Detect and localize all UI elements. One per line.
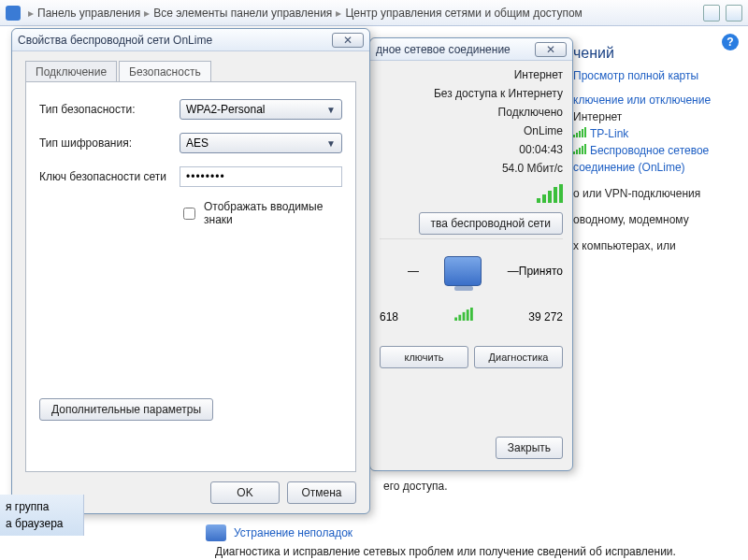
received-label: Принято <box>519 265 563 278</box>
full-map-link[interactable]: Просмотр полной карты <box>573 69 748 82</box>
search-button[interactable] <box>726 5 742 22</box>
bottom-panel: его доступа. Устранение неполадок Диагно… <box>0 474 748 560</box>
chevron-right-icon: ▸ <box>144 7 150 20</box>
signal-icon <box>573 126 586 137</box>
connect-disconnect-link[interactable]: ключение или отключение <box>573 92 748 108</box>
kv-internet: Интернет <box>380 68 563 81</box>
vpn-text: о или VPN-подключения <box>573 185 748 202</box>
signal-bars-icon <box>454 308 473 321</box>
troubleshoot-icon <box>206 524 226 541</box>
kv-ssid: OnLime <box>380 124 563 137</box>
crumb-3[interactable]: Центр управления сетями и общим доступом <box>345 7 583 20</box>
tplink-link[interactable]: TP-Link <box>590 127 628 140</box>
props-title: Свойства беспроводной сети OnLime <box>18 34 332 47</box>
kv-connected: Подключено <box>380 106 563 119</box>
encryption-value: AES <box>186 136 209 150</box>
diagnose-button[interactable]: Диагностика <box>474 346 563 368</box>
security-key-input[interactable]: •••••••• <box>180 166 342 187</box>
breadcrumb: ▸ Панель управления ▸ Все элементы панел… <box>0 0 748 26</box>
control-panel-icon <box>6 6 21 21</box>
security-type-value: WPA2-Personal <box>186 103 265 116</box>
wlan-link[interactable]: Беспроводное сетевое соединение (OnLime) <box>573 144 709 174</box>
close-button[interactable]: Закрыть <box>496 437 563 459</box>
arrow-left-icon: — <box>508 265 519 278</box>
chevron-down-icon: ▼ <box>326 138 336 149</box>
signal-icon <box>573 143 586 154</box>
tab-security[interactable]: Безопасность <box>119 61 211 82</box>
close-icon[interactable]: ✕ <box>332 33 364 48</box>
signal-bars-icon <box>380 184 563 203</box>
internet-label: Интернет <box>573 108 748 125</box>
refresh-button[interactable] <box>703 5 720 22</box>
disconnect-button[interactable]: ключить <box>380 346 468 368</box>
modem-text: оводному, модемному <box>573 211 748 228</box>
troubleshoot-link[interactable]: Устранение неполадок <box>234 526 352 539</box>
crumb-1[interactable]: Панель управления <box>37 7 140 20</box>
security-type-combo[interactable]: WPA2-Personal ▼ <box>180 99 342 120</box>
wlan-status-dialog: дное сетевое соединение ✕ Интернет Без д… <box>369 37 573 471</box>
close-icon[interactable]: ✕ <box>535 42 567 57</box>
chevron-right-icon: ▸ <box>28 7 34 20</box>
chevron-down-icon: ▼ <box>326 105 336 115</box>
status-title: дное сетевое соединение <box>376 43 535 56</box>
diag-text: Диагностика и исправление сетевых пробле… <box>215 545 739 558</box>
arrow-right-icon: — <box>408 265 419 278</box>
kv-noaccess: Без доступа к Интернету <box>380 87 563 100</box>
kv-speed: 54.0 Мбит/с <box>380 162 563 175</box>
crumb-2[interactable]: Все элементы панели управления <box>153 7 332 20</box>
key-label: Ключ безопасности сети <box>39 170 180 183</box>
recv-bytes: 39 272 <box>528 310 563 323</box>
network-center-panel: чений Просмотр полной карты ключение или… <box>573 34 748 264</box>
wlan-properties-button[interactable]: тва беспроводной сети <box>419 212 563 235</box>
kv-duration: 00:04:43 <box>380 143 563 156</box>
encryption-label: Тип шифрования: <box>39 136 180 150</box>
sent-bytes: 618 <box>380 310 398 323</box>
wlan-properties-dialog: Свойства беспроводной сети OnLime ✕ Подк… <box>11 28 370 514</box>
panel-heading: чений <box>573 45 748 62</box>
security-type-label: Тип безопасности: <box>39 103 180 116</box>
chevron-right-icon: ▸ <box>336 7 341 20</box>
encryption-combo[interactable]: AES ▼ <box>180 133 342 153</box>
tab-connection[interactable]: Подключение <box>25 61 117 82</box>
computers-text: х компьютерах, или <box>573 237 748 254</box>
computer-icon <box>444 256 482 286</box>
show-characters-label: Отображать вводимые знаки <box>204 200 342 226</box>
advanced-settings-button[interactable]: Дополнительные параметры <box>39 398 213 421</box>
access-text: его доступа. <box>383 480 739 493</box>
show-characters-checkbox[interactable] <box>183 208 195 220</box>
